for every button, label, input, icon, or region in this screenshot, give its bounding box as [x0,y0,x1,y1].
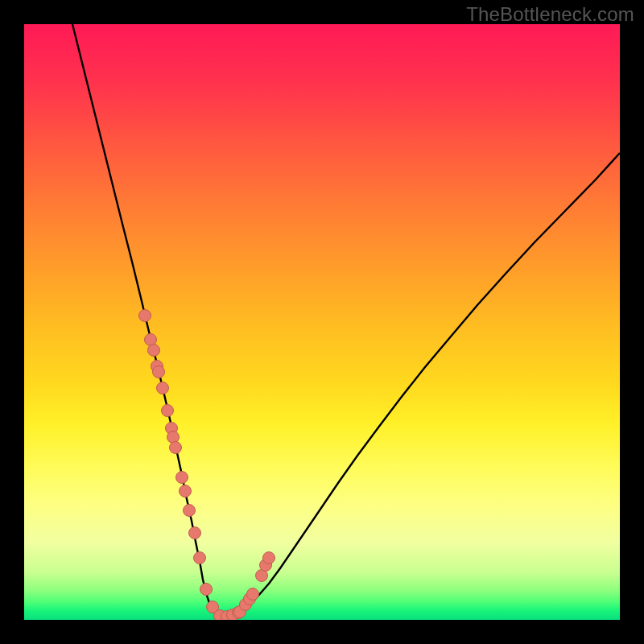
watermark-text: TheBottleneck.com [466,3,634,26]
data-point [148,345,160,357]
data-point [247,588,259,601]
plot-area [24,24,620,620]
data-point [184,505,196,517]
data-point [263,552,275,564]
data-point [170,442,182,454]
data-point [153,366,165,378]
curve-layer [24,24,620,620]
bottleneck-curve [72,24,620,618]
data-markers [139,310,275,621]
data-point [194,552,206,564]
data-point [176,472,188,484]
chart-frame: TheBottleneck.com [0,0,644,644]
data-point [200,584,213,596]
data-point [167,431,180,444]
data-point [189,527,201,539]
data-point [157,382,169,394]
data-point [162,405,174,417]
data-point [180,485,192,497]
data-point [139,310,151,322]
